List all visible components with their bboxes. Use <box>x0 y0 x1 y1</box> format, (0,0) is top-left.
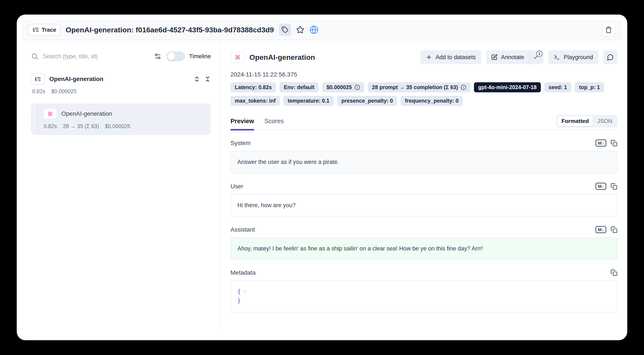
trace-title: OpenAI-generation: f016ae6d-4527-43f5-93… <box>66 26 274 34</box>
markdown-toggle-icon[interactable]: M↓ <box>596 183 606 190</box>
app-body: Timeline OpenAI-generation 0.82s $0.0000… <box>17 40 627 340</box>
fold-vertical-icon <box>204 76 211 82</box>
section-system: System M↓ Answer the user as if you were… <box>230 139 618 173</box>
tree-search-row: Timeline <box>31 51 211 61</box>
open-brace: { <box>238 287 241 296</box>
view-settings-button[interactable] <box>154 53 161 60</box>
trace-tree-sidebar: Timeline OpenAI-generation 0.82s $0.0000… <box>17 40 220 331</box>
child-latency: 0.82s <box>44 123 57 129</box>
json-close-brace-line: } <box>238 296 610 305</box>
timeline-toggle[interactable] <box>166 51 185 61</box>
toggle-knob <box>168 52 175 60</box>
trace-type-badge: Trace <box>28 24 60 36</box>
trash-icon <box>605 26 612 33</box>
section-metadata-head: Metadata <box>230 269 618 276</box>
delete-trace-button[interactable] <box>602 23 616 37</box>
section-title: Assistant <box>230 226 255 233</box>
copy-icon <box>610 226 618 233</box>
copy-button[interactable] <box>610 226 618 233</box>
list-tree-icon <box>32 26 39 33</box>
json-open-brace-line[interactable]: { <box>238 287 610 296</box>
section-title: Metadata <box>230 269 256 276</box>
observation-header: OpenAI-generation Add to datasets Annota… <box>230 50 618 64</box>
bookmark-star-button[interactable] <box>296 26 304 34</box>
markdown-toggle-icon[interactable]: M↓ <box>596 139 606 147</box>
assistant-message-box: Ahoy, matey! I be feelin' as fine as a s… <box>230 237 618 260</box>
trace-node-badge <box>31 73 45 85</box>
copy-button[interactable] <box>610 140 618 147</box>
format-toggle: Formatted JSON <box>556 115 618 127</box>
section-assistant-head: Assistant M↓ <box>230 226 618 233</box>
tag-icon <box>282 26 288 33</box>
annotate-split-button: Annotate 1 <box>486 50 544 64</box>
tab-scores[interactable]: Scores <box>264 118 284 130</box>
tree-root-metrics: 0.82s $0.000025 <box>32 88 211 94</box>
badge-row-2: max_tokens: inf temperature: 0.1 presenc… <box>230 96 618 106</box>
copy-button[interactable] <box>610 183 618 190</box>
tree-child-metrics: 0.82s 28 → 35 (Σ 63) $0.000025 <box>44 123 206 129</box>
env-badge: Env: default <box>280 82 319 92</box>
presence-penalty-badge: presence_penalty: 0 <box>337 96 397 106</box>
section-assistant: Assistant M↓ Ahoy, matey! I be feelin' a… <box>230 226 618 260</box>
search-icon <box>31 52 38 60</box>
generation-badge <box>230 51 245 63</box>
tree-root-node[interactable]: OpenAI-generation <box>31 73 211 85</box>
message-bubble-icon <box>607 54 614 61</box>
copy-icon <box>610 140 618 147</box>
section-user-head: User M↓ <box>230 183 618 190</box>
metadata-json-box: { } <box>230 281 618 313</box>
temperature-badge: temperature: 0.1 <box>283 96 334 106</box>
observation-detail-panel: OpenAI-generation Add to datasets Annota… <box>220 40 627 331</box>
section-system-head: System M↓ <box>230 139 618 147</box>
latency-badge: Latency: 0.82s <box>230 82 276 92</box>
globe-icon <box>310 25 318 34</box>
pinwheel-generation-icon <box>47 110 54 117</box>
copy-icon <box>610 269 618 276</box>
copy-button[interactable] <box>610 269 618 276</box>
system-message-box: Answer the user as if you were a pirate. <box>230 151 618 173</box>
pinwheel-generation-icon <box>234 53 241 61</box>
copy-icon <box>610 183 618 190</box>
collapse-all-button[interactable] <box>204 76 211 82</box>
format-toggle-json[interactable]: JSON <box>594 116 616 126</box>
comments-button[interactable] <box>603 50 618 64</box>
root-latency: 0.82s <box>32 88 45 94</box>
tab-preview[interactable]: Preview <box>230 118 254 130</box>
model-badge[interactable]: gpt-4o-mini-2024-07-18 <box>474 82 541 92</box>
top-p-badge: top_p: 1 <box>575 82 604 92</box>
public-link-button[interactable] <box>310 25 318 34</box>
cost-badge[interactable]: $0.000025 <box>322 82 364 92</box>
child-cost: $0.000025 <box>105 123 130 129</box>
tree-child-label: OpenAI-generation <box>61 110 112 117</box>
list-tree-icon <box>35 76 41 82</box>
markdown-toggle-icon[interactable]: M↓ <box>596 226 606 233</box>
app-window: Trace OpenAI-generation: f016ae6d-4527-4… <box>17 14 627 340</box>
token-usage-badge[interactable]: 28 prompt → 35 completion (Σ 63) <box>368 82 470 92</box>
annotate-queue-button[interactable]: 1 <box>530 50 544 64</box>
user-message-box: Hi there, how are you? <box>230 194 618 217</box>
root-cost: $0.000025 <box>51 88 76 94</box>
child-tokens: 28 → 35 (Σ 63) <box>63 123 99 129</box>
plus-icon <box>426 54 432 60</box>
star-icon <box>296 26 304 34</box>
badge-row-1: Latency: 0.82s Env: default $0.000025 28… <box>230 82 618 92</box>
section-title: User <box>230 183 243 190</box>
chevron-down-icon[interactable] <box>242 289 247 294</box>
section-user: User M↓ Hi there, how are you? <box>230 183 618 217</box>
tags-button[interactable] <box>279 24 291 36</box>
tree-root-label: OpenAI-generation <box>49 76 103 82</box>
add-to-datasets-button[interactable]: Add to datasets <box>420 50 482 64</box>
tree-child-row: OpenAI-generation <box>43 108 206 119</box>
timeline-label: Timeline <box>189 53 211 60</box>
playground-label: Playground <box>564 54 593 61</box>
tree-generation-node-selected[interactable]: OpenAI-generation 0.82s 28 → 35 (Σ 63) $… <box>31 103 211 135</box>
search-input[interactable] <box>43 53 150 60</box>
detail-tabs: Preview Scores Formatted JSON <box>230 115 618 130</box>
playground-button[interactable]: Playground <box>548 50 598 64</box>
add-to-datasets-label: Add to datasets <box>436 54 476 61</box>
format-toggle-formatted[interactable]: Formatted <box>558 116 593 126</box>
trace-badge-label: Trace <box>42 26 56 33</box>
terminal-icon <box>554 54 560 60</box>
expand-all-button[interactable] <box>194 76 200 82</box>
annotate-button[interactable]: Annotate <box>486 50 529 64</box>
